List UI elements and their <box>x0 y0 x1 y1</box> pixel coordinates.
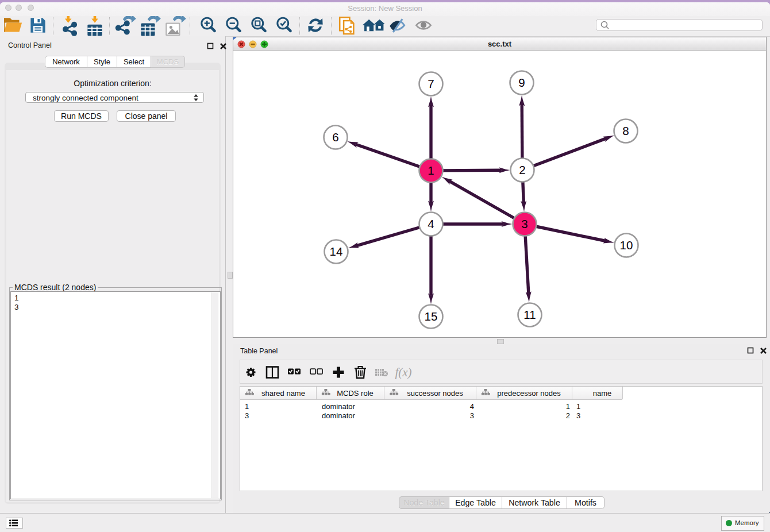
svg-text:f(x): f(x) <box>395 365 411 379</box>
svg-text:15: 15 <box>425 310 438 323</box>
svg-text:10: 10 <box>620 238 633 252</box>
svg-text:7: 7 <box>428 77 434 90</box>
svg-text:11: 11 <box>523 308 536 321</box>
svg-text:3: 3 <box>521 217 528 230</box>
svg-text:2: 2 <box>519 163 525 176</box>
svg-text:1: 1 <box>428 164 434 177</box>
svg-text:4: 4 <box>428 217 434 230</box>
svg-text:6: 6 <box>332 130 338 144</box>
svg-text:9: 9 <box>518 76 525 89</box>
svg-text:8: 8 <box>622 124 629 137</box>
svg-text:14: 14 <box>330 245 343 258</box>
